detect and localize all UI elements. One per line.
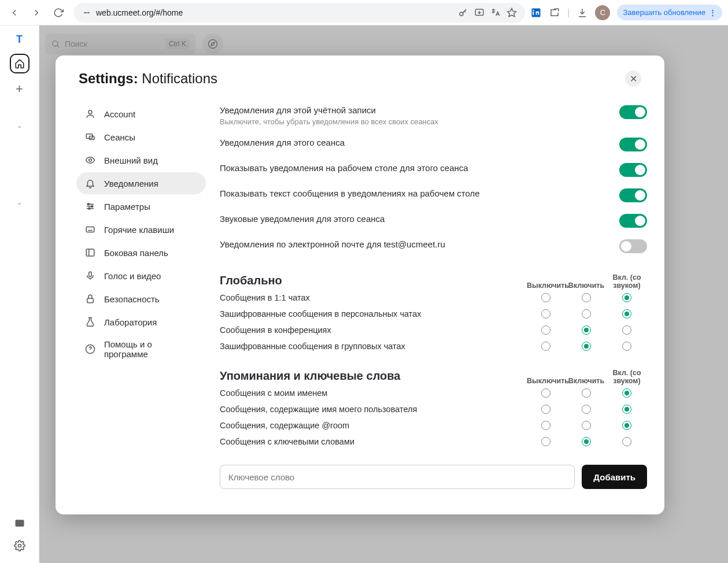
row-label: Сообщения в конференциях <box>220 325 526 335</box>
row-label: Зашифрованные сообщения в персональных ч… <box>220 309 526 318</box>
radio-option[interactable] <box>622 293 631 302</box>
radio-option[interactable] <box>582 405 591 414</box>
labs-icon <box>84 316 96 328</box>
nav-security[interactable]: Безопасность <box>76 288 206 310</box>
nav-sidebar[interactable]: Боковая панель <box>76 242 206 264</box>
svg-point-11 <box>88 110 92 114</box>
svg-rect-25 <box>87 298 94 303</box>
nav-help[interactable]: Помощь и о программе <box>76 334 206 364</box>
radio-option[interactable] <box>541 421 550 430</box>
site-info-icon <box>82 8 91 17</box>
linkedin-ext-icon[interactable] <box>530 7 542 18</box>
rail-home[interactable] <box>10 54 29 73</box>
radio-option[interactable] <box>541 405 550 414</box>
radio-option[interactable] <box>541 388 550 398</box>
reload-button[interactable] <box>50 4 67 21</box>
toggle-switch[interactable] <box>619 188 647 202</box>
install-icon[interactable] <box>474 8 485 18</box>
section-title: Упоминания и ключевые слова <box>220 369 526 383</box>
nav-sessions[interactable]: Сеансы <box>76 126 206 148</box>
key-icon[interactable] <box>458 8 468 18</box>
toggle-switch[interactable] <box>619 239 647 253</box>
nav-label: Лаборатория <box>104 317 157 327</box>
nav-appearance[interactable]: Внешний вид <box>76 149 206 171</box>
chevron-down-icon[interactable]: ⌄ <box>17 199 22 206</box>
nav-label: Боковая панель <box>104 248 168 258</box>
nav-hotkeys[interactable]: Горячие клавиши <box>76 218 206 240</box>
browser-toolbar: web.ucmeet.org/#/home | C Завершить обно… <box>0 0 728 25</box>
grid-row: Сообщения в 1:1 чатах <box>220 290 647 306</box>
radio-option[interactable] <box>622 342 631 351</box>
toggle-label: Звуковые уведомления для этого сеанса <box>220 214 619 224</box>
sidebar-icon <box>84 247 96 258</box>
nav-preferences[interactable]: Параметры <box>76 195 206 217</box>
keyword-input[interactable] <box>220 465 575 489</box>
toggle-label: Уведомления для этой учётной записиВыклю… <box>220 105 619 126</box>
translate-icon[interactable] <box>490 8 501 18</box>
radio-option[interactable] <box>541 325 550 335</box>
downloads-icon[interactable] <box>577 7 588 18</box>
radio-option[interactable] <box>582 342 591 351</box>
toggle-row-1: Уведомления для этого сеанса <box>220 132 647 157</box>
nav-account[interactable]: Account <box>76 103 206 125</box>
url-bar[interactable]: web.ucmeet.org/#/home <box>74 3 525 23</box>
extensions-icon[interactable] <box>549 7 560 18</box>
radio-option[interactable] <box>582 421 591 430</box>
radio-option[interactable] <box>622 405 631 414</box>
radio-option[interactable] <box>622 437 631 446</box>
grid-row: Сообщения, содержащие имя моего пользова… <box>220 401 647 417</box>
toggle-switch[interactable] <box>619 214 647 228</box>
radio-option[interactable] <box>622 325 631 335</box>
svg-marker-4 <box>508 8 516 16</box>
close-button[interactable]: ✕ <box>625 71 641 87</box>
nav-label: Уведомления <box>104 179 158 188</box>
settings-content: Уведомления для этой учётной записиВыклю… <box>206 92 653 503</box>
grid-row: Зашифрованные сообщения в персональных ч… <box>220 306 647 322</box>
nav-label: Сеансы <box>104 132 135 142</box>
chevron-down-icon[interactable]: ⌄ <box>17 122 22 129</box>
app-logo[interactable]: T <box>16 34 23 46</box>
col-header: Вкл. (со звуком) <box>607 273 647 290</box>
modal-title: Settings: Notifications <box>79 71 217 87</box>
section-title: Глобально <box>220 274 526 287</box>
nav-label: Помощь и о программе <box>104 339 198 359</box>
settings-modal: Settings: Notifications ✕ AccountСеансыВ… <box>56 55 664 514</box>
radio-option[interactable] <box>582 309 591 318</box>
update-button[interactable]: Завершить обновление⋮ <box>617 5 722 20</box>
row-label: Сообщения, содержащие имя моего пользова… <box>220 405 526 414</box>
url-text: web.ucmeet.org/#/home <box>96 8 453 17</box>
radio-option[interactable] <box>582 293 591 302</box>
add-keyword-button[interactable]: Добавить <box>582 465 647 489</box>
star-icon[interactable] <box>507 8 517 18</box>
radio-option[interactable] <box>582 437 591 446</box>
toggle-row-3: Показывать текст сообщения в уведомления… <box>220 183 647 208</box>
radio-option[interactable] <box>582 388 591 398</box>
radio-option[interactable] <box>541 309 550 318</box>
forward-button[interactable] <box>28 4 45 21</box>
radio-option[interactable] <box>582 325 591 335</box>
radio-option[interactable] <box>541 293 550 302</box>
row-label: Сообщения, содержащие @room <box>220 421 526 430</box>
settings-icon[interactable] <box>14 540 25 551</box>
radio-option[interactable] <box>541 437 550 446</box>
toggle-switch[interactable] <box>619 163 647 177</box>
radio-option[interactable] <box>622 388 631 398</box>
radio-option[interactable] <box>622 309 631 318</box>
col-header: Вкл. (со звуком) <box>607 369 647 385</box>
row-label: Сообщения с ключевыми словами <box>220 437 526 446</box>
threads-icon[interactable] <box>14 518 25 529</box>
nav-notifications[interactable]: Уведомления <box>76 172 206 194</box>
left-rail: T + ⌄⌄ <box>0 25 39 563</box>
toggle-row-4: Звуковые уведомления для этого сеанса <box>220 208 647 234</box>
back-button[interactable] <box>6 4 23 21</box>
profile-avatar[interactable]: C <box>595 5 610 20</box>
nav-labs[interactable]: Лаборатория <box>76 311 206 333</box>
radio-option[interactable] <box>622 421 631 430</box>
col-header: Включить <box>566 377 607 385</box>
radio-option[interactable] <box>541 342 550 351</box>
toggle-switch[interactable] <box>619 138 647 151</box>
appearance-icon <box>84 154 96 166</box>
rail-add[interactable]: + <box>16 82 23 97</box>
nav-voice[interactable]: Голос и видео <box>76 265 206 287</box>
toggle-switch[interactable] <box>619 105 647 119</box>
